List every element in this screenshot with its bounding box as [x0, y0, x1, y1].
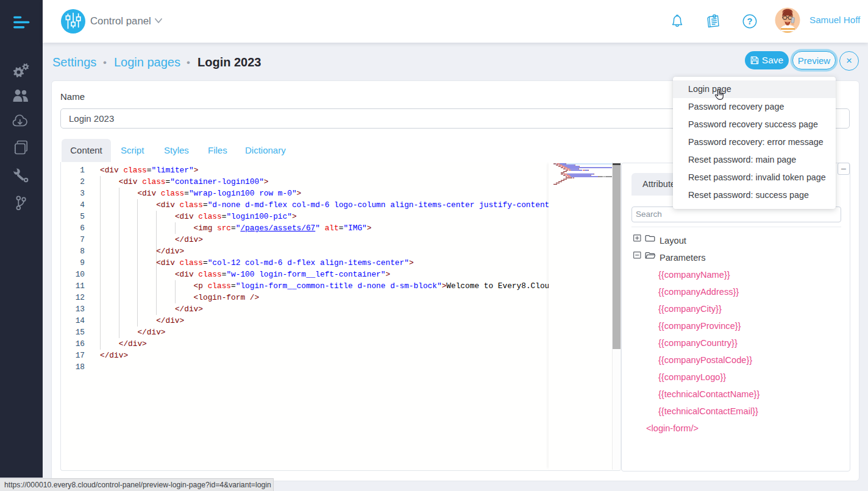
svg-text:?: ? — [747, 16, 753, 26]
